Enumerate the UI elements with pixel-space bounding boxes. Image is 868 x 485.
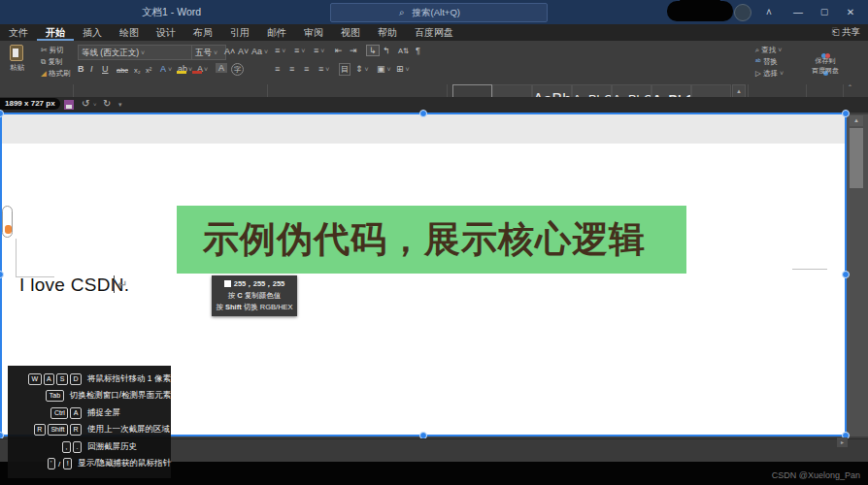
share-button[interactable]: ⎗ 共享 xyxy=(832,26,860,39)
justify-button[interactable]: ≡˅ xyxy=(318,64,329,74)
baidu-netdisk-icon xyxy=(810,45,841,56)
save-icon[interactable] xyxy=(64,100,74,110)
italic-button[interactable]: I xyxy=(90,64,93,74)
multilevel-list-button[interactable]: ≡˅ xyxy=(314,46,324,55)
highlight-color-button[interactable]: ab˅ xyxy=(178,64,192,74)
replace-button[interactable]: ᵃᵇ 替换 xyxy=(755,57,778,67)
align-center-button[interactable]: ≡ xyxy=(289,64,294,74)
tab-layout[interactable]: 布局 xyxy=(184,24,221,41)
paragraph-mark-icon: ↵ xyxy=(117,277,128,292)
find-button[interactable]: ⌕ 查找˅ xyxy=(755,46,782,55)
undo-dropdown-icon[interactable]: ˅ xyxy=(93,102,97,108)
tab-baidu-netdisk[interactable]: 百度网盘 xyxy=(406,24,462,41)
cut-button[interactable]: ✄ 剪切 xyxy=(41,46,63,55)
copy-button[interactable]: ⧉ 复制 xyxy=(41,57,62,67)
show-formatting-marks-button[interactable]: ¶ xyxy=(416,46,420,55)
increase-indent-button[interactable]: ⇥ xyxy=(350,46,357,55)
subscript-button[interactable]: x₂ xyxy=(134,66,141,75)
redo-icon[interactable]: ↻ xyxy=(103,98,111,109)
close-button[interactable]: ✕ xyxy=(839,0,862,24)
superscript-button[interactable]: x² xyxy=(146,66,151,75)
cut-icon: ✄ xyxy=(41,46,47,54)
search-placeholder: 搜索(Alt+Q) xyxy=(413,7,460,19)
text-caret xyxy=(114,275,115,293)
underline-button[interactable]: U xyxy=(102,64,109,74)
vertical-scrollbar-thumb[interactable] xyxy=(850,128,863,188)
paste-button[interactable]: 粘贴 xyxy=(10,45,24,73)
borders-button[interactable]: ⊞˅ xyxy=(396,64,410,74)
select-button[interactable]: ▷ 选择˅ xyxy=(755,69,784,79)
key-w: W xyxy=(28,373,42,385)
font-color-button[interactable]: A˅ xyxy=(197,64,208,74)
character-shading-button[interactable]: A xyxy=(216,63,227,73)
minimize-button[interactable]: — xyxy=(786,0,810,24)
window-title: 文档1 - Word xyxy=(142,6,201,19)
sort-button[interactable]: A⇅ xyxy=(398,47,409,55)
key-s: S xyxy=(56,373,68,385)
key-tab: Tab xyxy=(46,390,63,402)
ltr-text-direction-button[interactable]: ↳ xyxy=(366,45,380,56)
tab-draw[interactable]: 绘图 xyxy=(111,24,148,41)
collapse-ribbon-icon[interactable]: ˆ xyxy=(849,83,851,93)
tooltip-copy-hint: 按 C 复制颜色值 xyxy=(214,290,295,302)
selection-handle-top-center[interactable] xyxy=(419,110,427,117)
tab-insert[interactable]: 插入 xyxy=(74,24,111,41)
enclose-characters-button[interactable]: 字 xyxy=(231,63,244,76)
hotkey-row: , . 回溯截屏历史 xyxy=(8,438,171,456)
numbered-list-button[interactable]: ≡˅ xyxy=(294,46,305,55)
tab-review[interactable]: 审阅 xyxy=(295,24,332,41)
account-avatar[interactable] xyxy=(734,4,751,21)
scroll-indicator-fill xyxy=(5,225,12,234)
scrollbar-right-icon[interactable]: ▸ xyxy=(837,437,848,447)
tab-view[interactable]: 视图 xyxy=(332,24,369,41)
text-effects-button[interactable]: A˅ xyxy=(160,64,172,74)
font-size-combobox[interactable]: 五号˅ xyxy=(191,45,226,60)
tab-help[interactable]: 帮助 xyxy=(369,24,406,41)
line-spacing-button[interactable]: ⇕˅ xyxy=(355,64,369,74)
search-box[interactable]: ⌕ 搜索(Alt+Q) xyxy=(330,3,548,22)
paste-icon xyxy=(10,45,23,61)
tab-file[interactable]: 文件 xyxy=(0,24,37,41)
strikethrough-button[interactable]: abc xyxy=(117,66,128,75)
hotkey-row: W A S D 将鼠标指针移动 1 像素 xyxy=(8,371,171,388)
document-background xyxy=(2,114,845,144)
ribbon-tab-row: 文件 开始 插入 绘图 设计 布局 引用 邮件 审阅 视图 帮助 百度网盘 xyxy=(0,24,868,41)
save-to-netdisk-button[interactable]: 保存到 百度网盘 xyxy=(810,45,841,76)
grid-settings-button[interactable]: 目 xyxy=(339,63,351,76)
color-swatch xyxy=(224,280,231,287)
key-shift: Shift xyxy=(48,424,68,436)
rtl-text-direction-button[interactable]: ↰ xyxy=(383,46,390,55)
tab-home[interactable]: 开始 xyxy=(37,24,74,41)
key-period: . xyxy=(73,441,82,453)
align-left-button[interactable]: ≡ xyxy=(275,64,280,74)
grow-font-button[interactable]: A˄ xyxy=(224,47,235,56)
search-icon: ⌕ xyxy=(399,7,405,18)
scrollbar-up-icon[interactable]: ▲ xyxy=(850,115,863,126)
copy-icon: ⧉ xyxy=(41,57,46,66)
tab-references[interactable]: 引用 xyxy=(221,24,258,41)
replace-icon: ᵃᵇ xyxy=(755,57,761,66)
decrease-indent-button[interactable]: ⇤ xyxy=(335,46,343,55)
shrink-font-button[interactable]: A˅ xyxy=(238,47,249,56)
key-a: A xyxy=(70,407,82,419)
text-boundary-mark xyxy=(16,239,17,277)
maximize-button[interactable]: ▢ xyxy=(813,0,836,24)
bold-button[interactable]: B xyxy=(78,64,84,74)
bullet-list-button[interactable]: ≡˅ xyxy=(275,46,285,55)
align-right-button[interactable]: ≡ xyxy=(304,64,309,74)
word-titlebar: 文档1 - Word ⌕ 搜索(Alt+Q) ˄ — ▢ ✕ xyxy=(0,0,868,24)
selection-handle-right-middle[interactable] xyxy=(842,271,850,278)
tab-mailings[interactable]: 邮件 xyxy=(258,24,295,41)
format-painter-button[interactable]: ◢ 格式刷 xyxy=(41,69,70,79)
tab-design[interactable]: 设计 xyxy=(148,24,184,41)
shading-button[interactable]: ▣˅ xyxy=(377,64,391,74)
change-case-button[interactable]: Aa˅ xyxy=(251,47,268,56)
watermark: CSDN @Xuelong_Pan xyxy=(772,470,860,480)
font-name-combobox[interactable]: 等线 (西文正文)˅ xyxy=(78,45,194,60)
qat-more-icon[interactable]: ▾ xyxy=(118,101,122,109)
key-ctrl: Ctrl xyxy=(50,407,68,419)
ribbon-display-options-icon[interactable]: ˄ xyxy=(757,0,781,24)
undo-icon[interactable]: ↺ xyxy=(82,98,89,109)
key-quote: ' xyxy=(48,458,55,469)
selection-handle-top-right[interactable] xyxy=(842,110,850,117)
